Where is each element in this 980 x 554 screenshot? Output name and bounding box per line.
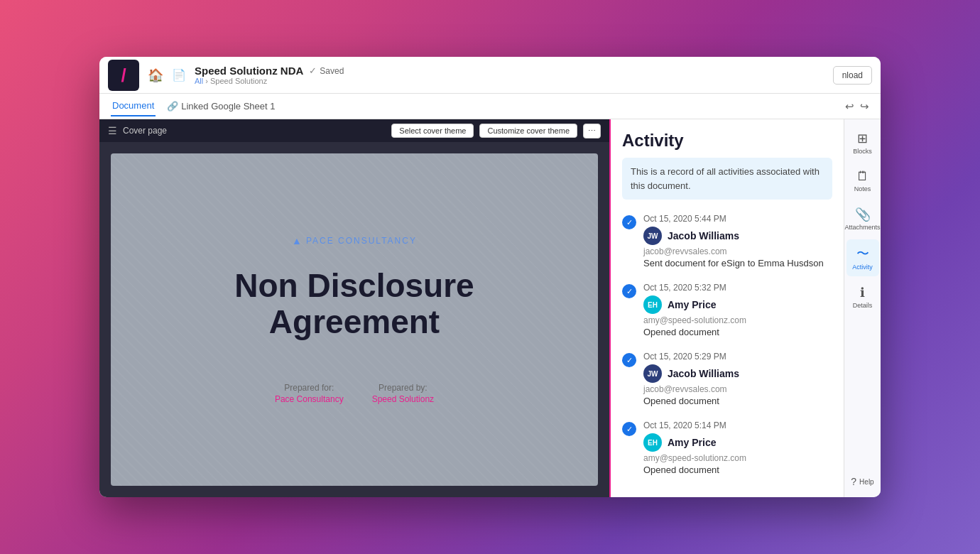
activity-panel-title: Activity — [622, 131, 832, 151]
activity-header: Activity This is a record of all activit… — [611, 119, 844, 208]
avatar: EH — [643, 295, 662, 314]
link-icon: 🔗 — [167, 101, 178, 112]
doc-main-title: Non Disclosure Agreement — [234, 268, 474, 340]
help-button[interactable]: ? Help — [848, 472, 876, 491]
logo-slash-icon: / — [121, 66, 126, 85]
activity-item: ✓ Oct 15, 2020 5:44 PM JW Jacob Williams… — [622, 214, 832, 268]
sidebar-item-blocks[interactable]: ⊞ Blocks — [846, 125, 879, 161]
doc-canvas: ▲ PACE CONSULTANCY Non Disclosure Agreem… — [111, 153, 598, 486]
details-icon: ℹ — [860, 285, 865, 300]
sub-bar: Document 🔗 Linked Google Sheet 1 ↩ ↪ — [99, 94, 881, 119]
activity-username: Jacob Williams — [668, 368, 739, 379]
activity-time: Oct 15, 2020 5:32 PM — [643, 283, 832, 293]
activity-check-icon: ✓ — [622, 353, 636, 367]
avatar: JW — [643, 364, 662, 383]
doc-editor: ☰ Cover page Select cover theme Customiz… — [99, 119, 609, 497]
top-bar: / 🏠 📄 Speed Solutionz NDA ✓ Saved All › … — [99, 57, 881, 94]
notes-icon: 🗒 — [856, 169, 869, 184]
notes-label: Notes — [854, 185, 871, 192]
activity-label: Activity — [852, 264, 873, 271]
activity-icon: 〜 — [856, 245, 869, 262]
activity-list: ✓ Oct 15, 2020 5:44 PM JW Jacob Williams… — [611, 208, 844, 497]
activity-time: Oct 15, 2020 5:14 PM — [643, 420, 832, 430]
doc-info: Speed Solutionz NDA ✓ Saved All › Speed … — [195, 65, 344, 85]
app-frame: / 🏠 📄 Speed Solutionz NDA ✓ Saved All › … — [99, 57, 881, 497]
doc-title: Speed Solutionz NDA — [195, 65, 303, 77]
company-name: PACE CONSULTANCY — [306, 236, 417, 246]
download-button[interactable]: nload — [833, 66, 872, 85]
sidebar-item-activity[interactable]: 〜 Activity — [846, 239, 879, 276]
activity-content: Oct 15, 2020 5:14 PM EH Amy Price amy@sp… — [643, 420, 832, 475]
company-logo-icon: ▲ — [292, 235, 302, 246]
help-icon: ? — [851, 476, 856, 487]
details-label: Details — [853, 302, 873, 309]
saved-badge: ✓ Saved — [309, 65, 344, 76]
attachments-label: Attachments — [844, 224, 880, 231]
sidebar-item-details[interactable]: ℹ Details — [846, 279, 879, 315]
activity-action: Opened document — [643, 327, 832, 337]
avatar: EH — [643, 433, 662, 452]
tab-document[interactable]: Document — [111, 96, 156, 116]
prepared-row: Prepared for: Pace Consultancy Prepared … — [275, 383, 434, 404]
tab-linked-sheet[interactable]: 🔗 Linked Google Sheet 1 — [167, 101, 275, 112]
activity-action: Opened document — [643, 465, 832, 475]
prepared-by-col: Prepared by: Speed Solutionz — [372, 383, 434, 404]
main-area: ☰ Cover page Select cover theme Customiz… — [99, 119, 881, 497]
app-logo: / — [108, 60, 139, 91]
blocks-label: Blocks — [853, 148, 872, 155]
activity-check-icon: ✓ — [622, 284, 636, 298]
select-cover-theme-button[interactable]: Select cover theme — [391, 124, 474, 138]
activity-item: ✓ Oct 15, 2020 5:32 PM EH Amy Price amy@… — [622, 283, 832, 337]
company-logo-area: ▲ PACE CONSULTANCY — [292, 235, 417, 246]
activity-check-icon: ✓ — [622, 215, 636, 229]
check-icon: ✓ — [309, 65, 317, 76]
activity-email: amy@speed-solutionz.com — [643, 315, 832, 325]
sidebar-item-notes[interactable]: 🗒 Notes — [846, 163, 879, 198]
activity-content: Oct 15, 2020 5:44 PM JW Jacob Williams j… — [643, 214, 832, 268]
activity-check-icon: ✓ — [622, 422, 636, 436]
activity-item: ✓ Oct 15, 2020 5:14 PM EH Amy Price amy@… — [622, 420, 832, 475]
sidebar-item-attachments[interactable]: 📎 Attachments — [846, 201, 879, 237]
activity-username: Amy Price — [668, 299, 716, 310]
activity-action: Sent document for eSign to Emma Husdson — [643, 258, 832, 268]
undo-redo-controls: ↩ ↪ — [845, 100, 869, 113]
activity-username: Amy Price — [668, 437, 716, 448]
activity-email: jacob@revvsales.com — [643, 384, 832, 394]
activity-time: Oct 15, 2020 5:29 PM — [643, 352, 832, 362]
activity-email: amy@speed-solutionz.com — [643, 453, 832, 463]
more-options-button[interactable]: ⋯ — [583, 124, 601, 138]
activity-email: jacob@revvsales.com — [643, 246, 832, 256]
activity-item: ✓ Oct 15, 2020 5:29 PM JW Jacob Williams… — [622, 352, 832, 406]
page-list-icon: ☰ — [108, 125, 117, 136]
prepared-for-col: Prepared for: Pace Consultancy — [275, 383, 344, 404]
undo-button[interactable]: ↩ — [845, 100, 854, 113]
activity-info-box: This is a record of all activities assoc… — [622, 158, 832, 200]
right-sidebar: ⊞ Blocks 🗒 Notes 📎 Attachments 〜 Activit… — [844, 119, 881, 497]
activity-action: Opened document — [643, 396, 832, 406]
activity-username: Jacob Williams — [668, 230, 739, 241]
redo-button[interactable]: ↪ — [860, 100, 869, 113]
activity-content: Oct 15, 2020 5:32 PM EH Amy Price amy@sp… — [643, 283, 832, 337]
doc-icon: 📄 — [172, 68, 186, 82]
activity-time: Oct 15, 2020 5:44 PM — [643, 214, 832, 224]
breadcrumb: All › Speed Solutionz — [195, 77, 344, 85]
avatar: JW — [643, 227, 662, 245]
prepared-for-value: Pace Consultancy — [275, 394, 344, 404]
activity-user-row: EH Amy Price — [643, 433, 832, 452]
home-icon[interactable]: 🏠 — [148, 67, 163, 83]
activity-content: Oct 15, 2020 5:29 PM JW Jacob Williams j… — [643, 352, 832, 406]
cover-page-label: Cover page — [123, 126, 386, 136]
blocks-icon: ⊞ — [857, 131, 868, 146]
attachments-icon: 📎 — [855, 207, 871, 222]
activity-user-row: JW Jacob Williams — [643, 364, 832, 383]
activity-user-row: EH Amy Price — [643, 295, 832, 314]
cover-page-bar: ☰ Cover page Select cover theme Customiz… — [99, 119, 609, 142]
prepared-by-value: Speed Solutionz — [372, 394, 434, 404]
activity-user-row: JW Jacob Williams — [643, 227, 832, 245]
customize-cover-theme-button[interactable]: Customize cover theme — [479, 124, 577, 138]
activity-panel: Activity This is a record of all activit… — [609, 119, 844, 497]
